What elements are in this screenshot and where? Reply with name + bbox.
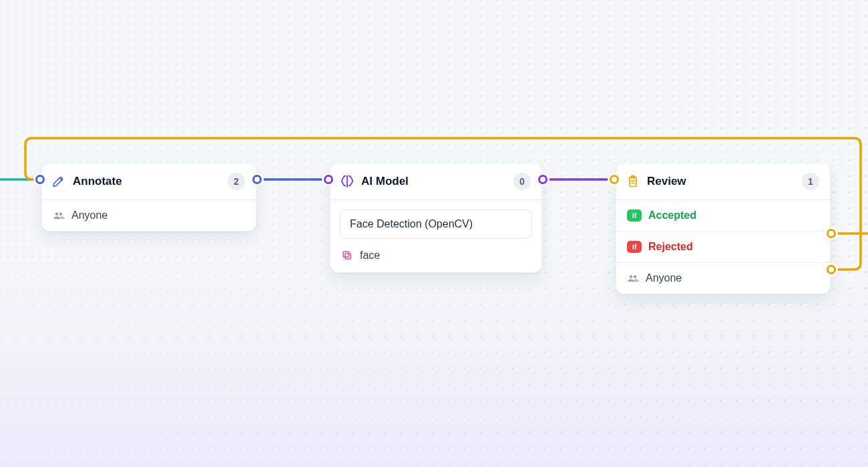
node-review-accepted-label: Accepted — [648, 209, 696, 221]
node-annotate-assignee-row[interactable]: Anyone — [42, 200, 256, 231]
node-review-assignee-row[interactable]: Anyone — [616, 263, 830, 294]
port-review-in[interactable] — [610, 175, 619, 184]
pencil-icon — [51, 174, 66, 189]
port-review-accepted-out[interactable] — [827, 229, 836, 238]
workflow-canvas[interactable]: Annotate 2 Anyone AI Model 0 Face Detect… — [0, 0, 868, 467]
node-review-count: 1 — [802, 173, 819, 190]
copy-icon — [341, 250, 353, 262]
svg-point-6 — [630, 276, 633, 279]
node-review-accepted-row[interactable]: if Accepted — [616, 200, 830, 231]
clipboard-icon — [626, 174, 640, 189]
node-review-rejected-label: Rejected — [648, 241, 693, 253]
node-aimodel-header: AI Model 0 — [331, 163, 541, 200]
node-annotate-header: Annotate 2 — [42, 163, 256, 200]
if-badge-rejected: if — [627, 241, 642, 253]
port-annotate-out[interactable] — [252, 175, 262, 184]
svg-point-1 — [59, 213, 63, 216]
port-review-rejected-out[interactable] — [827, 265, 836, 274]
brain-icon — [340, 174, 355, 189]
node-aimodel-count: 0 — [513, 173, 531, 190]
node-aimodel-model-name[interactable]: Face Detection (OpenCV) — [340, 209, 532, 239]
port-annotate-in[interactable] — [35, 175, 45, 184]
svg-point-0 — [55, 213, 59, 216]
node-aimodel[interactable]: AI Model 0 Face Detection (OpenCV) face — [330, 163, 542, 273]
node-annotate-title: Annotate — [73, 175, 221, 188]
node-annotate[interactable]: Annotate 2 Anyone — [41, 163, 256, 231]
node-review-title: Review — [647, 175, 795, 188]
node-aimodel-label-row[interactable]: face — [331, 243, 541, 272]
node-annotate-assignee-label: Anyone — [71, 209, 107, 221]
port-aimodel-in[interactable] — [324, 175, 333, 184]
node-aimodel-title: AI Model — [361, 175, 507, 188]
node-annotate-count: 2 — [228, 173, 245, 190]
node-aimodel-label-name: face — [360, 250, 380, 262]
svg-point-7 — [634, 276, 637, 279]
port-aimodel-out[interactable] — [538, 175, 548, 184]
node-review-rejected-row[interactable]: if Rejected — [616, 231, 830, 263]
if-badge-accepted: if — [627, 209, 642, 221]
svg-rect-3 — [343, 252, 349, 257]
node-review[interactable]: Review 1 if Accepted if Rejected Anyone — [616, 163, 831, 294]
people-icon — [53, 209, 65, 221]
node-review-header: Review 1 — [616, 163, 830, 200]
node-review-assignee-label: Anyone — [646, 272, 682, 284]
people-icon — [627, 272, 639, 284]
svg-rect-2 — [345, 254, 351, 259]
